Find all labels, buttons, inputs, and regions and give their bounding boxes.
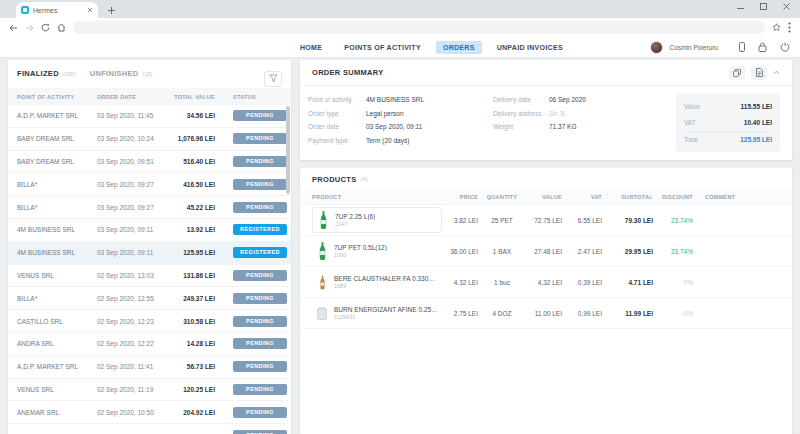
product-code: 1990 xyxy=(334,252,387,258)
order-date: 02 Sep 2020, 12:23 xyxy=(97,318,169,325)
status-badge: PENDING xyxy=(233,316,287,327)
order-date: 02 Sep 2020, 12:22 xyxy=(97,340,169,347)
order-row[interactable]: VENUS SRL 02 Sep 2020, 13:03 131.86 LEI … xyxy=(8,265,291,288)
orders-rows: A.D.P. MARKET SRL 03 Sep 2020, 11:45 34.… xyxy=(8,105,291,434)
field-label: Delivery date xyxy=(493,96,549,103)
back-icon[interactable] xyxy=(9,24,18,32)
order-summary-panel: ORDER SUMMARY xyxy=(300,60,792,160)
product-code: 1689 xyxy=(334,283,438,289)
products-title: PRODUCTS xyxy=(312,175,357,184)
order-date: 03 Sep 2020, 09:27 xyxy=(97,204,169,211)
order-row[interactable]: A.D.P. MARKET SRL 03 Sep 2020, 11:45 34.… xyxy=(8,105,291,128)
order-row[interactable]: ANEMAR SRL 02 Sep 2020, 10:50 204.92 LEI… xyxy=(8,401,291,424)
column-label: PRICE xyxy=(442,194,478,200)
tab-close-icon[interactable] xyxy=(87,7,93,13)
status-badge: PENDING xyxy=(233,110,287,121)
order-date: 02 Sep 2020, 13:03 xyxy=(97,272,169,279)
tab-title: Hermes xyxy=(33,7,83,14)
finalized-count: (165) xyxy=(63,71,76,77)
order-summary-body: Point of activity 4M BUSINESS SRL Order … xyxy=(300,86,792,160)
totals-label: Total xyxy=(684,136,698,143)
browser-tab[interactable]: Hermes xyxy=(16,2,98,18)
forward-icon[interactable] xyxy=(25,24,34,32)
field-label: Order type xyxy=(308,110,366,117)
order-row[interactable]: BILLA* 02 Sep 2020, 12:55 249.37 LEI PEN… xyxy=(8,287,291,310)
minimize-icon[interactable] xyxy=(737,3,744,10)
summary-field: Payment type Term (20 days) xyxy=(308,134,493,148)
point-of-activity: BILLA* xyxy=(17,181,97,188)
order-row[interactable]: VENUS SRL 02 Sep 2020, 11:19 120.25 LEI … xyxy=(8,379,291,402)
order-row[interactable]: 4M BUSINESS SRL 03 Sep 2020, 09:11 13.92… xyxy=(8,219,291,242)
home-icon[interactable] xyxy=(57,23,66,32)
nav-item[interactable]: HOME xyxy=(293,41,329,54)
product-subtotal: 11.99 LEI xyxy=(602,310,653,317)
collapse-chevron-icon[interactable] xyxy=(773,70,780,75)
total-value: 14.28 LEI xyxy=(169,340,215,347)
column-label: SUBTOTAL xyxy=(602,194,653,200)
nav-item[interactable]: POINTS OF ACTIVITY xyxy=(337,41,428,54)
column-label: VALUE xyxy=(526,194,562,200)
lock-icon[interactable] xyxy=(758,42,767,52)
status-badge: PENDING xyxy=(233,179,287,190)
order-row[interactable]: A.D.P. MARKET SRL 02 Sep 2020, 11:41 56.… xyxy=(8,356,291,379)
duplicate-order-button[interactable] xyxy=(729,66,745,80)
user-name[interactable]: Cosmin Poieruru xyxy=(670,44,718,51)
invoice-document-button[interactable] xyxy=(751,66,767,80)
user-avatar[interactable] xyxy=(650,41,663,54)
product-vat: 2.47 LEI xyxy=(562,248,602,255)
new-tab-button[interactable] xyxy=(104,3,118,17)
summary-fields-right: Delivery date 06 Sep 2020 Delivery addre… xyxy=(493,93,676,152)
browser-menu-icon[interactable] xyxy=(788,22,791,33)
order-date: 03 Sep 2020, 09:11 xyxy=(97,226,169,233)
order-row[interactable]: BILLA* 03 Sep 2020, 09:27 416.50 LEI PEN… xyxy=(8,173,291,196)
reload-icon[interactable] xyxy=(41,23,50,32)
point-of-activity: A.D.P. MARKET SRL xyxy=(17,363,97,370)
total-value: 125.95 LEI xyxy=(169,249,215,256)
orders-scrollbar[interactable] xyxy=(286,106,290,194)
window-close-icon[interactable] xyxy=(783,3,790,10)
totals-label: Value xyxy=(684,103,700,110)
summary-field: Point of activity 4M BUSINESS SRL xyxy=(308,93,493,107)
product-row[interactable]: 7UP PET 0.5L(12) 1990 36.00 LEI 1 BAX 27… xyxy=(300,236,792,267)
field-label: Delivery address xyxy=(493,110,549,117)
status-badge: REGISTERED xyxy=(233,224,287,235)
field-value: Str. B xyxy=(549,110,565,117)
summary-field: Order type Legal person xyxy=(308,107,493,121)
maximize-icon[interactable] xyxy=(760,3,767,10)
product-discount: 23.74% xyxy=(653,248,693,255)
order-row[interactable]: CASTILLO SRL 02 Sep 2020, 12:23 310.58 L… xyxy=(8,310,291,333)
order-row[interactable]: 4M BUSINESS SRL 03 Sep 2020, 09:11 125.9… xyxy=(8,242,291,265)
total-value: 249.37 LEI xyxy=(169,295,215,302)
order-row[interactable]: BABY DREAM SRL 03 Sep 2020, 09:51 516.40… xyxy=(8,151,291,174)
phone-icon[interactable] xyxy=(739,42,745,52)
order-summary-actions xyxy=(729,66,780,80)
point-of-activity: ANEMAR SRL xyxy=(17,409,97,416)
products-column-header: PRODUCTPRICEQUANTITYVALUEVATSUBTOTALDISC… xyxy=(300,190,792,205)
power-icon[interactable] xyxy=(780,42,790,52)
tab-unfinished[interactable]: UNFINISHED xyxy=(90,69,139,78)
column-label: QUANTITY xyxy=(478,194,526,200)
nav-item[interactable]: ORDERS xyxy=(436,41,482,54)
order-row[interactable]: BILLA* 03 Sep 2020, 09:27 45.22 LEI PEND… xyxy=(8,196,291,219)
product-row[interactable]: 7UP 2.25 L(6) 2147 3.82 LEI 25 PET 72.75… xyxy=(300,205,792,236)
order-row[interactable]: PENDING xyxy=(8,424,291,434)
product-thumbnail-icon xyxy=(317,211,329,229)
product-name: 7UP PET 0.5L(12) xyxy=(334,244,387,251)
product-row[interactable]: BURN ENERGIZANT AFINE 0.25L ... 1129433 … xyxy=(300,298,792,329)
total-value: 45.22 LEI xyxy=(169,204,215,211)
product-name: BERE CLAUSTHALER FA 0.330L (24) xyxy=(334,275,438,282)
filter-button[interactable] xyxy=(264,71,282,87)
total-value: 516.40 LEI xyxy=(169,158,215,165)
product-row[interactable]: BERE CLAUSTHALER FA 0.330L (24) 1689 4.3… xyxy=(300,267,792,298)
bookmark-star-icon[interactable] xyxy=(772,23,781,32)
order-row[interactable]: ANDRA SRL 02 Sep 2020, 12:22 14.28 LEI P… xyxy=(8,333,291,356)
order-row[interactable]: BABY DREAM SRL 03 Sep 2020, 10:24 1,076.… xyxy=(8,128,291,151)
nav-item[interactable]: UNPAID INVOICES xyxy=(490,41,570,54)
point-of-activity: CASTILLO SRL xyxy=(17,318,97,325)
tab-finalized[interactable]: FINALIZED xyxy=(17,69,59,78)
order-date: 02 Sep 2020, 12:55 xyxy=(97,295,169,302)
app-window: Hermes xyxy=(0,0,800,434)
url-input[interactable] xyxy=(73,21,765,34)
browser-tab-strip: Hermes xyxy=(0,0,800,18)
order-date: 03 Sep 2020, 09:27 xyxy=(97,181,169,188)
